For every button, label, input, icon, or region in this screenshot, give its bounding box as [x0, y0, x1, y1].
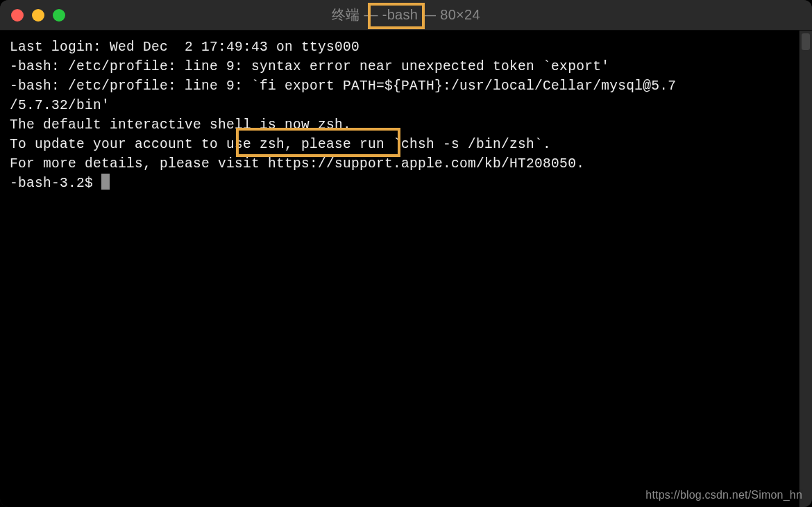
minimize-icon[interactable]: [32, 9, 44, 22]
terminal-line: /5.7.32/bin': [10, 96, 789, 115]
terminal-window: 终端 — -bash — 80×24 Last login: Wed Dec 2…: [0, 0, 812, 507]
maximize-icon[interactable]: [53, 9, 65, 22]
scrollbar[interactable]: [799, 31, 812, 507]
content-wrap: Last login: Wed Dec 2 17:49:43 on ttys00…: [0, 31, 812, 507]
terminal-line: To update your account to use zsh, pleas…: [10, 135, 789, 154]
cursor-icon: [101, 174, 110, 190]
traffic-lights: [11, 9, 65, 22]
terminal-line: Last login: Wed Dec 2 17:49:43 on ttys00…: [10, 38, 789, 57]
terminal-line: The default interactive shell is now zsh…: [10, 115, 789, 135]
scrollbar-thumb[interactable]: [802, 33, 810, 50]
titlebar[interactable]: 终端 — -bash — 80×24: [0, 0, 812, 31]
window-title: 终端 — -bash — 80×24: [0, 6, 812, 24]
terminal-line: -bash: /etc/profile: line 9: `fi export …: [10, 76, 789, 96]
terminal-line: For more details, please visit https://s…: [10, 154, 789, 174]
terminal-prompt: -bash-3.2$: [10, 176, 101, 191]
watermark: https://blog.csdn.net/Simon_hn: [645, 489, 802, 501]
terminal-content[interactable]: Last login: Wed Dec 2 17:49:43 on ttys00…: [0, 31, 799, 507]
terminal-line: -bash: /etc/profile: line 9: syntax erro…: [10, 57, 789, 76]
close-icon[interactable]: [11, 9, 24, 22]
